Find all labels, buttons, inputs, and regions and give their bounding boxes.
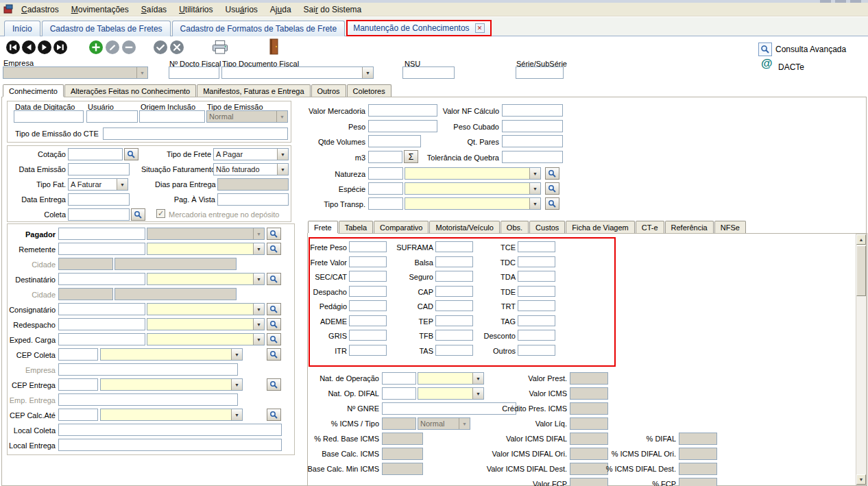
main-tab-coletores[interactable]: Coletores (347, 84, 391, 97)
menu-usuarios[interactable]: Usuários (219, 3, 263, 16)
natureza-search-button[interactable] (545, 167, 559, 180)
main-tab-alteracoes-feitas-no-conhecimento[interactable]: Alterações Feitas no Conhecimento (64, 84, 196, 97)
local-coleta-13-field[interactable] (58, 424, 282, 436)
icms-valor-prest-field[interactable] (570, 372, 608, 385)
valor-nf-calculo-field[interactable] (502, 104, 563, 117)
icms-nat-op-difal-field[interactable] (382, 387, 416, 400)
nav-last-button[interactable] (53, 40, 68, 55)
exped-carga-7-search-button[interactable] (267, 333, 281, 345)
especie-field[interactable] (368, 182, 403, 195)
inner-tab-obs[interactable]: Obs. (501, 221, 529, 233)
top-tab-cadastro-de-tabelas-de-fretes[interactable]: Cadastro de Tabelas de Fretes (42, 21, 171, 36)
cidade-2-field-b[interactable] (114, 258, 237, 270)
cotacao-field[interactable] (68, 148, 123, 160)
tipo-frete-combo[interactable]: A Pagar (213, 148, 289, 160)
icms-icms-tipo-combo[interactable]: Normal (418, 417, 470, 430)
m3-field[interactable] (368, 151, 402, 163)
frete-tda-field[interactable] (518, 271, 555, 282)
tipo-transp-combo[interactable] (405, 197, 541, 210)
cidade-4-field-b[interactable] (114, 288, 237, 300)
coleta-field[interactable] (68, 208, 130, 221)
icms-nat-de-operacao-field[interactable] (382, 372, 416, 385)
destinatario-3-search-button[interactable] (267, 273, 281, 285)
frete-despacho-field[interactable] (349, 286, 387, 297)
icms-base-calc-icms-field[interactable] (382, 448, 423, 460)
pagador-0-search-button[interactable] (267, 228, 281, 240)
sum-button[interactable]: Σ (404, 150, 418, 163)
exped-carga-7-code-field[interactable] (58, 333, 145, 345)
remetente-1-code-field[interactable] (58, 243, 145, 255)
nav-first-button[interactable] (5, 40, 21, 55)
scrollbar-thumb[interactable] (856, 245, 866, 296)
tab-close-icon[interactable]: ✕ (475, 23, 485, 33)
tipo-fat-combo[interactable]: A Faturar (68, 178, 128, 191)
consulta-avancada-label[interactable]: Consulta Avançada (775, 45, 846, 53)
cep-entrega-10-field[interactable] (58, 378, 98, 391)
inner-tab-nfse[interactable]: NFSe (714, 221, 746, 233)
frete-tce-field[interactable] (518, 241, 555, 252)
tipo-transp-search-button[interactable] (545, 197, 559, 210)
cep-calc-ate-12-combo[interactable] (100, 409, 243, 421)
pag-a-vista-field[interactable] (217, 193, 289, 206)
nav-previous-button[interactable] (21, 40, 36, 55)
pagador-0-code-field[interactable] (58, 228, 145, 240)
frete-outros-field[interactable] (518, 345, 555, 356)
frete-balsa-field[interactable] (435, 256, 473, 267)
frete-tas-field[interactable] (435, 345, 473, 356)
usuario-field[interactable] (86, 110, 138, 123)
cidade-2-field-a[interactable] (58, 258, 113, 270)
data-entrega-field[interactable] (68, 193, 130, 206)
qtde-volumes-field[interactable] (368, 135, 421, 147)
dacte-label[interactable]: DACTe (778, 63, 804, 71)
frete-gris-field[interactable] (349, 330, 387, 341)
frete-itr-field[interactable] (349, 345, 387, 356)
tipo-transp-field[interactable] (368, 197, 403, 210)
especie-search-button[interactable] (545, 182, 559, 195)
exped-carga-7-combo[interactable] (147, 333, 265, 345)
frete-tdc-field[interactable] (518, 256, 555, 267)
frete-trt-field[interactable] (518, 300, 555, 311)
consignatario-5-code-field[interactable] (58, 303, 145, 315)
cep-coleta-8-field[interactable] (58, 348, 98, 361)
frete-seguro-field[interactable] (435, 271, 473, 282)
cep-entrega-10-combo[interactable] (100, 378, 243, 391)
icms-base-calc-min-icms-field[interactable] (382, 463, 423, 475)
main-tab-outros[interactable]: Outros (311, 84, 346, 97)
cotacao-search-button[interactable] (124, 148, 138, 160)
exit-button[interactable] (269, 38, 279, 55)
icms-valor-icms-field[interactable] (570, 387, 608, 400)
inner-tab-tabela[interactable]: Tabela (339, 221, 373, 233)
empresa-header-combo[interactable] (3, 66, 148, 79)
cep-coleta-8-search-button[interactable] (267, 348, 281, 361)
main-tab-manifestos-faturas-e-entrega[interactable]: Manifestos, Faturas e Entrega (197, 84, 310, 97)
inner-tab-ficha-de-viagem[interactable]: Ficha de Viagem (566, 221, 634, 233)
situacao-faturamento-combo[interactable]: Não faturado (213, 163, 289, 175)
pagador-0-combo[interactable] (147, 228, 265, 240)
nsu-field[interactable] (402, 66, 455, 79)
natureza-combo[interactable] (405, 167, 541, 180)
remetente-1-search-button[interactable] (267, 243, 281, 255)
especie-combo[interactable] (405, 182, 541, 195)
remetente-1-combo[interactable] (147, 243, 265, 255)
coleta-search-button[interactable] (131, 208, 145, 221)
confirm-button[interactable] (153, 40, 168, 55)
inner-tab-frete[interactable]: Frete (308, 221, 338, 233)
menu-sair-do-sistema[interactable]: Sair do Sistema (298, 3, 368, 16)
frete-pedagio-field[interactable] (349, 300, 387, 311)
cep-calc-ate-12-search-button[interactable] (267, 409, 281, 421)
nav-next-button[interactable] (37, 40, 52, 55)
icms-credito-pres-icms-field[interactable] (570, 402, 608, 415)
consulta-avancada-icon-button[interactable] (758, 42, 772, 56)
print-button[interactable] (211, 39, 229, 55)
icms-icms-difal-dest-field[interactable] (679, 463, 717, 475)
menu-movimentacoes[interactable]: Movimentações (65, 3, 135, 16)
icms-icms-tipo-field[interactable] (382, 417, 416, 430)
menu-ajuda[interactable]: Ajuda (264, 3, 298, 16)
frete-tep-field[interactable] (435, 315, 473, 326)
top-tab-inicio[interactable]: Início (4, 21, 40, 36)
frete-cap-field[interactable] (435, 286, 473, 297)
menu-cadastros[interactable]: Cadastros (15, 3, 65, 16)
icms-valor-liq-field[interactable] (570, 417, 608, 430)
cidade-4-field-a[interactable] (58, 288, 113, 300)
menu-saidas[interactable]: Saídas (135, 3, 173, 16)
